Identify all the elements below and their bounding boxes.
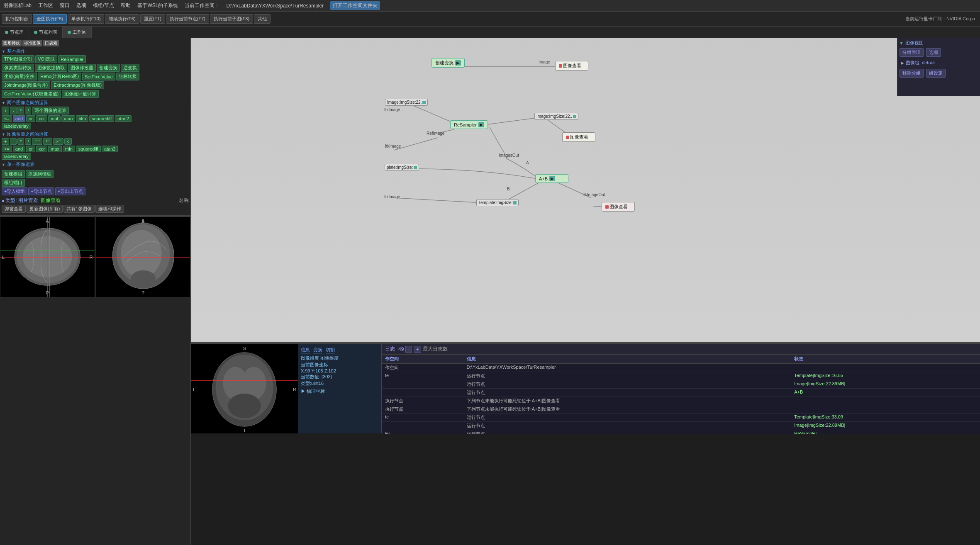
const-labeloverlay[interactable]: labeloverlay: [2, 153, 31, 160]
op-data-extract[interactable]: 图像数据抽取: [35, 64, 67, 72]
node-create-transform[interactable]: 创建变换 ▶: [431, 58, 465, 68]
info-tab-info[interactable]: 信息: [301, 347, 310, 353]
update-images-btn[interactable]: 更新图像(所有): [27, 205, 63, 213]
op-pixel-type[interactable]: 像素类型转换: [2, 64, 34, 72]
const-eq[interactable]: ==: [32, 138, 42, 145]
menu-window[interactable]: 窗口: [60, 2, 70, 9]
const-xor[interactable]: xor: [36, 146, 47, 152]
menu-help[interactable]: 帮助: [121, 2, 131, 9]
op-joint-image[interactable]: JointImage(图像合并): [2, 81, 50, 89]
two-mul[interactable]: *: [17, 107, 24, 114]
two-img-ops[interactable]: 两个图像的运算: [32, 107, 69, 114]
const-le[interactable]: <=: [2, 146, 12, 152]
right-manage-btn[interactable]: 分组管理: [900, 48, 924, 57]
section-two-img[interactable]: 两个图像之间的运算: [2, 99, 189, 107]
info-tab-transform[interactable]: 变换: [313, 347, 322, 353]
const-ge[interactable]: >=: [53, 138, 63, 145]
const-neq[interactable]: !=: [43, 138, 52, 145]
node-canvas[interactable]: 创建变换 ▶ Image 图像查看 Image:ImgSize:22.: [191, 38, 980, 342]
run-current-btn[interactable]: 执行当前节点(F7): [166, 14, 209, 24]
const-div[interactable]: /: [25, 138, 31, 145]
quick-tool-pocket[interactable]: 口袋素: [43, 40, 59, 46]
op-create-transform[interactable]: 创建变换: [97, 64, 120, 72]
export-node-btn[interactable]: +导出节点: [28, 187, 54, 195]
section-img-const[interactable]: 图像常量之间的运算: [2, 130, 189, 138]
right-remove-group-btn[interactable]: 移除分组: [900, 69, 924, 78]
step-btn[interactable]: 单步执行(F10): [68, 14, 104, 24]
info-tab-cut[interactable]: 切割: [326, 347, 335, 353]
const-minus[interactable]: -: [10, 138, 17, 145]
op-coord-conv[interactable]: 坐标转换: [116, 73, 139, 80]
other-btn[interactable]: 其他: [254, 14, 271, 24]
node-img-view-1[interactable]: 图像查看: [555, 61, 588, 71]
log-plus-btn[interactable]: +: [414, 346, 421, 353]
node-img-view-3[interactable]: 图像查看: [602, 202, 635, 212]
op-extract-image[interactable]: ExtractImage(图像截取): [51, 81, 104, 89]
module-port-btn[interactable]: 模组端口: [2, 179, 25, 187]
node-imgsize-top[interactable]: Image:ImgSize:22.: [385, 99, 428, 106]
right-options-btn[interactable]: 选项: [926, 48, 941, 57]
right-group-item[interactable]: ▶ 图像组: default: [899, 59, 978, 67]
quick-tool-standard[interactable]: 标准图像: [22, 40, 42, 46]
op-coord-transform[interactable]: 坐标(向量)变换: [2, 73, 37, 80]
tab-nodelist2[interactable]: 节点列表: [29, 27, 63, 38]
op-reho[interactable]: Reho(计算Reho图): [38, 73, 81, 80]
two-xor[interactable]: xor: [36, 115, 47, 122]
create-module-btn[interactable]: 创建模组: [2, 170, 25, 178]
const-min[interactable]: min: [63, 146, 75, 152]
popup-view-btn[interactable]: 弹窗查看: [2, 205, 26, 213]
menu-workspace[interactable]: 工作区: [38, 2, 53, 9]
op-get-pixel[interactable]: GetPixelValue(获取像素值): [2, 90, 61, 98]
op-stats[interactable]: 图像统计值计算: [62, 90, 99, 98]
two-le[interactable]: <=: [2, 115, 12, 122]
two-plus[interactable]: +: [2, 107, 9, 114]
two-labeloverlay[interactable]: labeloverlay: [2, 123, 31, 129]
op-inv-transform[interactable]: 逆变换: [121, 64, 139, 72]
node-resampler[interactable]: ReSampler ▶: [450, 120, 488, 129]
op-resampler[interactable]: ReSampler: [58, 55, 86, 63]
two-and[interactable]: and: [13, 115, 25, 122]
brain-view-coronal[interactable]: L R S I: [191, 344, 298, 433]
continue-btn[interactable]: 继续执行(F6): [105, 14, 139, 24]
section-single[interactable]: 单一图像运算: [2, 161, 189, 168]
node-imgsize-bl[interactable]: plate:ImgSize:: [385, 164, 419, 171]
node-aplusb[interactable]: A+B ▶: [535, 174, 568, 183]
menu-modules[interactable]: 模组/节点: [93, 2, 114, 9]
const-squarediff[interactable]: squarediff: [76, 146, 101, 152]
add-to-module-btn[interactable]: 添加到模组: [26, 170, 54, 178]
two-atan[interactable]: atan: [61, 115, 75, 122]
quick-tool-effects[interactable]: 图形特效: [2, 40, 22, 46]
const-atan2[interactable]: atan2: [102, 146, 118, 152]
view-options-btn[interactable]: 选项和操作: [95, 205, 124, 213]
run-all-btn[interactable]: 全图执行(F5): [33, 14, 67, 24]
two-mul2[interactable]: mul: [48, 115, 61, 122]
node-template-port[interactable]: Template:ImgSize.: [476, 199, 519, 206]
two-squarediff[interactable]: squarediff: [89, 115, 114, 122]
tab-nodelist[interactable]: 节点库: [0, 27, 29, 38]
const-or[interactable]: or: [26, 146, 35, 152]
export-out-btn[interactable]: +导出出节点: [55, 187, 85, 195]
const-max[interactable]: max: [48, 146, 62, 152]
info-phys[interactable]: ▶ 物理坐标: [301, 388, 379, 394]
op-img-modifier[interactable]: 图像修改器: [68, 64, 96, 72]
execute-console-btn[interactable]: 执行控制台: [2, 14, 32, 24]
menu-wsl[interactable]: 基于WSL的子系统: [137, 2, 178, 9]
two-atan2[interactable]: atan2: [115, 115, 132, 122]
brain-view-axial[interactable]: L R A P: [0, 217, 95, 297]
import-module-btn[interactable]: +导入模组: [2, 187, 27, 195]
open-workspace-btn[interactable]: 打开工作空间文件夹: [330, 1, 380, 10]
brain-view-sagittal[interactable]: A P S I: [96, 217, 191, 297]
two-div[interactable]: /: [25, 107, 31, 114]
tab-workspace[interactable]: 工作区: [63, 27, 92, 38]
two-or[interactable]: or: [26, 115, 35, 122]
section-basic-ops[interactable]: 基本操作: [2, 47, 189, 55]
run-child-btn[interactable]: 执行当前子图(F8): [210, 14, 253, 24]
right-group-settings-btn[interactable]: 组设定: [926, 69, 946, 78]
op-voi[interactable]: VOI选取: [35, 55, 57, 63]
op-tpm[interactable]: TPM图像分割: [2, 55, 34, 63]
const-mul[interactable]: *: [17, 138, 24, 145]
const-lt[interactable]: <: [64, 138, 72, 145]
node-imgsize-right[interactable]: Image:ImgSize:22..: [534, 113, 578, 120]
image-count-btn[interactable]: 共有1张图像: [63, 205, 95, 213]
node-img-view-2[interactable]: 图像查看: [562, 132, 595, 142]
